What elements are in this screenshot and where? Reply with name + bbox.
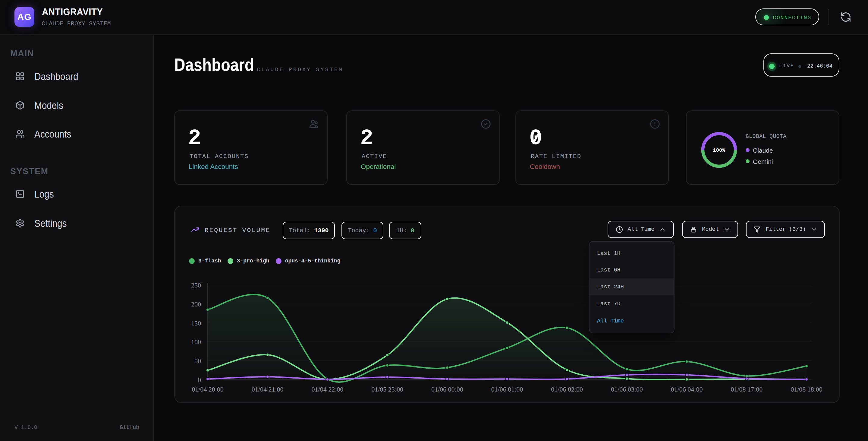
svg-text:100%: 100% — [713, 147, 726, 153]
svg-text:01/06 00:00: 01/06 00:00 — [431, 385, 463, 393]
svg-text:200: 200 — [191, 300, 201, 308]
svg-text:100: 100 — [191, 338, 201, 346]
svg-text:01/04 20:00: 01/04 20:00 — [192, 385, 224, 393]
svg-text:01/04 21:00: 01/04 21:00 — [252, 385, 284, 393]
svg-text:01/08 18:00: 01/08 18:00 — [790, 385, 823, 393]
svg-text:01/06 01:00: 01/06 01:00 — [491, 385, 523, 393]
svg-text:01/06 03:00: 01/06 03:00 — [611, 385, 643, 393]
svg-text:50: 50 — [194, 357, 201, 365]
svg-text:250: 250 — [191, 282, 201, 289]
svg-text:01/04 22:00: 01/04 22:00 — [312, 385, 344, 393]
svg-text:0: 0 — [198, 376, 201, 384]
svg-text:01/08 17:00: 01/08 17:00 — [731, 385, 763, 393]
svg-text:01/06 02:00: 01/06 02:00 — [551, 385, 583, 393]
svg-text:01/06 04:00: 01/06 04:00 — [671, 385, 703, 393]
svg-text:01/05 23:00: 01/05 23:00 — [371, 385, 403, 393]
svg-text:150: 150 — [191, 319, 201, 327]
